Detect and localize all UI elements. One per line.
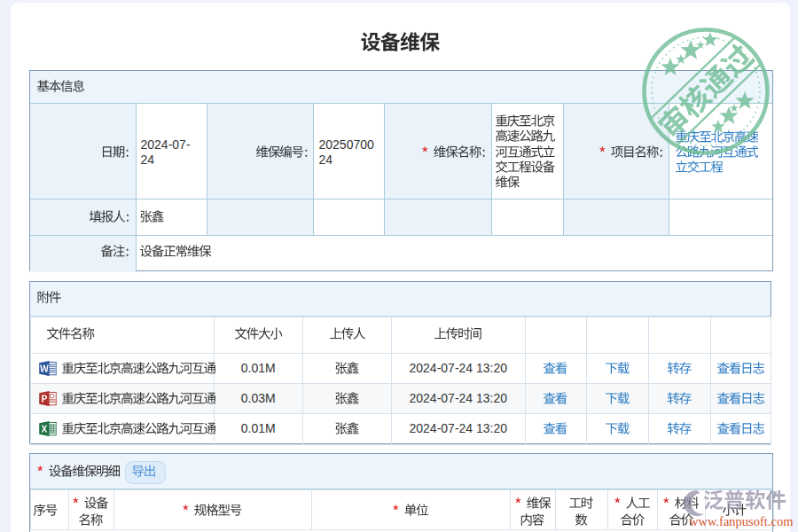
svg-text:www.fanpusoft.com: www.fanpusoft.com — [689, 514, 794, 528]
